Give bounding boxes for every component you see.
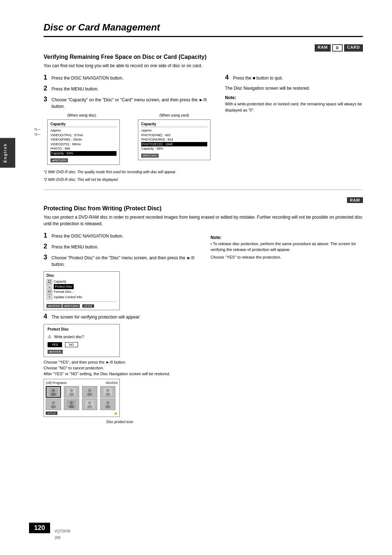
s2-step2: 2 Press the MENU button. [44,243,196,250]
section2-content: 1 Press the DISC NAVIGATION button. 2 Pr… [44,232,363,424]
thumb-2 [64,386,79,398]
thumb-1 [46,386,61,398]
card-row-2: PHOTO(NORM) : 824 [141,137,207,142]
svg-point-4 [70,389,73,392]
thumb-8-img [103,400,112,408]
thumb-5 [46,398,61,410]
disc-menu-title: Disc [46,274,117,278]
thumb-7 [82,398,97,410]
step3-num: 3 [44,96,50,103]
section1-title: Verifying Remaining Free Space on Disc o… [44,54,363,60]
svg-point-13 [52,401,55,404]
card-screen-wrapper: (When using card) Capacity Approx. PHOTO… [138,113,211,167]
play-icon: ►PLAY [46,412,57,415]
enter-btn: ●ENTER [46,304,62,308]
s2-step3-text: Choose "Protect Disc" on the "Disc" menu… [52,254,196,268]
thumb-1-img [49,388,58,396]
thumbs-footer: ►PLAY 🔒 [46,412,118,415]
disc-screen-wrapper: (When using disc) *1— *2— Capacity Appro… [44,113,120,167]
thumb-6-img [67,400,76,408]
menu-item-format: 💾 Format Disc... [46,289,117,294]
section2-note-bullet1: • To release disc protection, perform th… [211,241,363,253]
section1-note: Note: With a write-protected disc or loc… [225,95,363,113]
disc-screen-area: *1— *2— Capacity Approx. VIDEO(XTRA) : 5… [47,119,120,165]
thumb-7-img [85,400,94,408]
protect-icon: 🔒 [46,284,52,289]
s2-step1-text: Press the DISC NAVIGATION button. [52,232,196,239]
card-return-btn: ●RETURN [141,153,207,158]
menu-protect-label: Protect Disc [54,284,74,289]
disc-protect-caption: Disc protect icon [44,420,196,424]
disc-screens-row: (When using disc) *1— *2— Capacity Appro… [44,113,211,167]
svg-point-16 [70,401,73,404]
protect-enter: ●ENTER [48,349,116,354]
step1-text: Press the DISC NAVIGATION button. [52,74,211,81]
warning-icon: ⚠ [48,334,52,339]
capacity-icon: 🔲 [46,279,52,284]
return-btn: ●RETURN [62,304,80,308]
protect-screen-question: ⚠ Write protect disc? [48,334,116,339]
marker1: *1— [34,127,41,131]
card-row-1: PHOTO(FINE) : 402 [141,133,207,138]
step4-detail2: Choose "NO" to cancel protection. [44,366,196,370]
section1-col-left: 1 Press the DISC NAVIGATION button. 2 Pr… [44,74,211,182]
section1-col-right: 4 Press the ■ button to quit. The Disc N… [225,74,363,182]
section1-badges: RAM R CARD [44,44,363,52]
disc-row-3: VIDEO(STD) : 58min [50,142,117,147]
disc-row-1: VIDEO(XTRA) : 57min [50,133,117,138]
page-number: 120 [29,523,50,533]
disc-return-btn: ●RETURN [50,157,117,162]
section2-badges: RAM [44,197,363,203]
step3-text: Choose "Capacity" on the "Disc" or "Card… [52,96,211,110]
menu-item-capacity: 🔲 Capacity [46,279,117,284]
section2-note-bullet2: Choose "YES" to release the protection. [211,254,363,260]
section1-steps: 1 Press the DISC NAVIGATION button. 2 Pr… [44,74,363,182]
thumb-5-img [49,400,58,408]
thumb-3-img [85,388,94,396]
page: English Disc or Card Management RAM R CA… [0,0,392,555]
enter-label: ●ENTER [48,350,63,354]
thumbs-header-left: (All) Programs [46,381,67,385]
protect-screen-title: Protect Disc [48,327,116,331]
disc-btn-label: ●RETURN [50,158,68,162]
card-screen: Capacity Approx. PHOTO(FINE) : 402 PHOTO… [138,119,211,160]
menu-capacity-label: Capacity [54,279,66,284]
section1-intro: You can find out how long you will be ab… [44,62,363,69]
section2-col-left: 1 Press the DISC NAVIGATION button. 2 Pr… [44,232,196,424]
card-screen-title: Capacity [141,122,207,127]
card-row-4: Capacity : 98% [141,146,207,151]
thumb-2-img [67,388,76,396]
footnote1: *1 With DVD-R disc: The quality mode fir… [44,169,211,175]
step1: 1 Press the DISC NAVIGATION button. [44,74,211,81]
page-ref: 288 [54,536,61,540]
s2-step3: 3 Choose "Protect Disc" on the "Disc" me… [44,254,196,268]
thumbs-grid [46,386,118,410]
section2-intro: You can protect a DVD-RAM disc in order … [44,214,363,227]
section2-title: Protecting Disc from Writing (Protect Di… [44,205,363,212]
svg-point-19 [88,401,91,404]
protect-question-text: Write protect disc? [54,335,84,339]
no-button[interactable]: NO [65,342,78,347]
disc-row-4: PHOTO : 895 [50,146,117,151]
yes-button[interactable]: YES [48,342,62,347]
s2-step1-num: 1 [44,232,50,239]
card-btn-label: ●RETURN [141,154,159,158]
s2-step1: 1 Press the DISC NAVIGATION button. [44,232,196,239]
disc-restored-text: The Disc Navigation screen will be resto… [225,85,363,92]
step4-num: 4 [225,74,232,81]
marker2: *2— [34,133,41,136]
s2-step2-num: 2 [44,243,50,250]
section2-note: Note: • To release disc protection, perf… [211,235,363,260]
thumb-8 [100,398,115,410]
step4-text: Press the ■ button to quit. [233,74,363,81]
side-tab: English [0,138,15,168]
disc-row-5: Capacity : 93% [50,151,117,156]
step4-detail3: After "YES" or "NO" setting, the Disc Na… [44,372,196,376]
card-screen-caption: (When using card) [138,113,211,117]
step4-detail1: Choose "YES", and then press the ►/II bu… [44,360,196,364]
s2-step3-num: 3 [44,254,50,261]
thumb-6 [64,398,79,410]
thumb-4 [100,386,115,398]
svg-point-22 [106,401,109,404]
badge-r: R [332,44,343,52]
